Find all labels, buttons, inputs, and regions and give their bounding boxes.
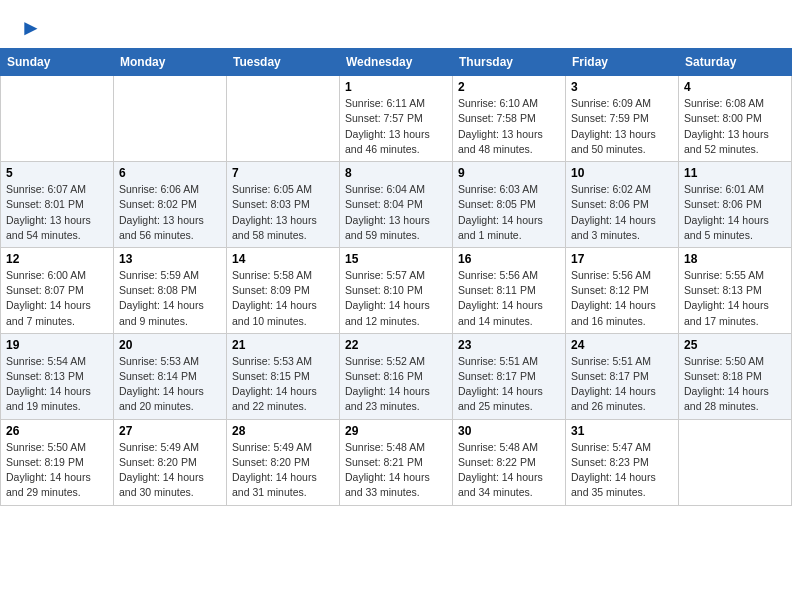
day-info: Sunrise: 5:52 AMSunset: 8:16 PMDaylight:… [345,354,447,415]
calendar-cell: 19Sunrise: 5:54 AMSunset: 8:13 PMDayligh… [1,333,114,419]
day-info: Sunrise: 5:50 AMSunset: 8:19 PMDaylight:… [6,440,108,501]
day-number: 18 [684,252,786,266]
day-number: 21 [232,338,334,352]
day-number: 23 [458,338,560,352]
day-info: Sunrise: 6:10 AMSunset: 7:58 PMDaylight:… [458,96,560,157]
day-info: Sunrise: 5:48 AMSunset: 8:22 PMDaylight:… [458,440,560,501]
calendar-cell: 17Sunrise: 5:56 AMSunset: 8:12 PMDayligh… [566,247,679,333]
day-number: 30 [458,424,560,438]
day-number: 7 [232,166,334,180]
calendar-cell: 12Sunrise: 6:00 AMSunset: 8:07 PMDayligh… [1,247,114,333]
day-number: 28 [232,424,334,438]
calendar-cell: 24Sunrise: 5:51 AMSunset: 8:17 PMDayligh… [566,333,679,419]
day-number: 11 [684,166,786,180]
weekday-header: Tuesday [227,49,340,76]
calendar-cell: 14Sunrise: 5:58 AMSunset: 8:09 PMDayligh… [227,247,340,333]
day-info: Sunrise: 5:53 AMSunset: 8:14 PMDaylight:… [119,354,221,415]
calendar-cell: 10Sunrise: 6:02 AMSunset: 8:06 PMDayligh… [566,162,679,248]
day-number: 5 [6,166,108,180]
day-number: 4 [684,80,786,94]
calendar-cell: 1Sunrise: 6:11 AMSunset: 7:57 PMDaylight… [340,76,453,162]
day-number: 9 [458,166,560,180]
weekday-header: Wednesday [340,49,453,76]
day-info: Sunrise: 5:47 AMSunset: 8:23 PMDaylight:… [571,440,673,501]
day-number: 2 [458,80,560,94]
day-number: 14 [232,252,334,266]
day-number: 20 [119,338,221,352]
day-info: Sunrise: 5:56 AMSunset: 8:11 PMDaylight:… [458,268,560,329]
calendar-cell: 21Sunrise: 5:53 AMSunset: 8:15 PMDayligh… [227,333,340,419]
day-info: Sunrise: 6:11 AMSunset: 7:57 PMDaylight:… [345,96,447,157]
day-info: Sunrise: 5:58 AMSunset: 8:09 PMDaylight:… [232,268,334,329]
day-info: Sunrise: 6:07 AMSunset: 8:01 PMDaylight:… [6,182,108,243]
calendar-cell: 31Sunrise: 5:47 AMSunset: 8:23 PMDayligh… [566,419,679,505]
page-header: ► [0,0,792,48]
day-number: 22 [345,338,447,352]
day-number: 27 [119,424,221,438]
day-number: 8 [345,166,447,180]
day-info: Sunrise: 6:08 AMSunset: 8:00 PMDaylight:… [684,96,786,157]
day-info: Sunrise: 6:00 AMSunset: 8:07 PMDaylight:… [6,268,108,329]
day-number: 6 [119,166,221,180]
calendar-cell: 15Sunrise: 5:57 AMSunset: 8:10 PMDayligh… [340,247,453,333]
day-info: Sunrise: 6:05 AMSunset: 8:03 PMDaylight:… [232,182,334,243]
calendar-cell: 3Sunrise: 6:09 AMSunset: 7:59 PMDaylight… [566,76,679,162]
calendar-cell [1,76,114,162]
weekday-header: Saturday [679,49,792,76]
calendar-cell: 25Sunrise: 5:50 AMSunset: 8:18 PMDayligh… [679,333,792,419]
day-number: 10 [571,166,673,180]
day-info: Sunrise: 5:50 AMSunset: 8:18 PMDaylight:… [684,354,786,415]
calendar-cell: 28Sunrise: 5:49 AMSunset: 8:20 PMDayligh… [227,419,340,505]
weekday-header: Sunday [1,49,114,76]
day-number: 13 [119,252,221,266]
day-info: Sunrise: 5:55 AMSunset: 8:13 PMDaylight:… [684,268,786,329]
day-number: 19 [6,338,108,352]
calendar-cell [679,419,792,505]
weekday-header: Thursday [453,49,566,76]
day-info: Sunrise: 5:49 AMSunset: 8:20 PMDaylight:… [232,440,334,501]
day-info: Sunrise: 5:49 AMSunset: 8:20 PMDaylight:… [119,440,221,501]
day-info: Sunrise: 6:04 AMSunset: 8:04 PMDaylight:… [345,182,447,243]
day-number: 16 [458,252,560,266]
calendar-cell: 27Sunrise: 5:49 AMSunset: 8:20 PMDayligh… [114,419,227,505]
day-info: Sunrise: 5:53 AMSunset: 8:15 PMDaylight:… [232,354,334,415]
day-number: 3 [571,80,673,94]
calendar-cell: 8Sunrise: 6:04 AMSunset: 8:04 PMDaylight… [340,162,453,248]
calendar-cell: 5Sunrise: 6:07 AMSunset: 8:01 PMDaylight… [1,162,114,248]
day-number: 1 [345,80,447,94]
day-info: Sunrise: 6:03 AMSunset: 8:05 PMDaylight:… [458,182,560,243]
calendar-cell: 20Sunrise: 5:53 AMSunset: 8:14 PMDayligh… [114,333,227,419]
day-number: 26 [6,424,108,438]
calendar-cell: 26Sunrise: 5:50 AMSunset: 8:19 PMDayligh… [1,419,114,505]
day-number: 24 [571,338,673,352]
calendar-cell [227,76,340,162]
weekday-header: Friday [566,49,679,76]
calendar-cell: 6Sunrise: 6:06 AMSunset: 8:02 PMDaylight… [114,162,227,248]
day-number: 15 [345,252,447,266]
calendar-cell: 29Sunrise: 5:48 AMSunset: 8:21 PMDayligh… [340,419,453,505]
day-number: 31 [571,424,673,438]
calendar-cell: 9Sunrise: 6:03 AMSunset: 8:05 PMDaylight… [453,162,566,248]
day-info: Sunrise: 5:51 AMSunset: 8:17 PMDaylight:… [571,354,673,415]
day-info: Sunrise: 6:06 AMSunset: 8:02 PMDaylight:… [119,182,221,243]
day-info: Sunrise: 5:56 AMSunset: 8:12 PMDaylight:… [571,268,673,329]
calendar-cell: 16Sunrise: 5:56 AMSunset: 8:11 PMDayligh… [453,247,566,333]
day-number: 25 [684,338,786,352]
calendar-cell [114,76,227,162]
calendar-cell: 22Sunrise: 5:52 AMSunset: 8:16 PMDayligh… [340,333,453,419]
day-info: Sunrise: 6:09 AMSunset: 7:59 PMDaylight:… [571,96,673,157]
calendar-cell: 13Sunrise: 5:59 AMSunset: 8:08 PMDayligh… [114,247,227,333]
calendar-cell: 11Sunrise: 6:01 AMSunset: 8:06 PMDayligh… [679,162,792,248]
day-number: 12 [6,252,108,266]
calendar-cell: 7Sunrise: 6:05 AMSunset: 8:03 PMDaylight… [227,162,340,248]
calendar-cell: 18Sunrise: 5:55 AMSunset: 8:13 PMDayligh… [679,247,792,333]
day-number: 29 [345,424,447,438]
day-info: Sunrise: 6:02 AMSunset: 8:06 PMDaylight:… [571,182,673,243]
day-info: Sunrise: 5:57 AMSunset: 8:10 PMDaylight:… [345,268,447,329]
logo: ► [20,16,42,40]
weekday-header: Monday [114,49,227,76]
calendar-cell: 4Sunrise: 6:08 AMSunset: 8:00 PMDaylight… [679,76,792,162]
calendar-table: SundayMondayTuesdayWednesdayThursdayFrid… [0,48,792,505]
day-info: Sunrise: 5:54 AMSunset: 8:13 PMDaylight:… [6,354,108,415]
day-info: Sunrise: 5:59 AMSunset: 8:08 PMDaylight:… [119,268,221,329]
